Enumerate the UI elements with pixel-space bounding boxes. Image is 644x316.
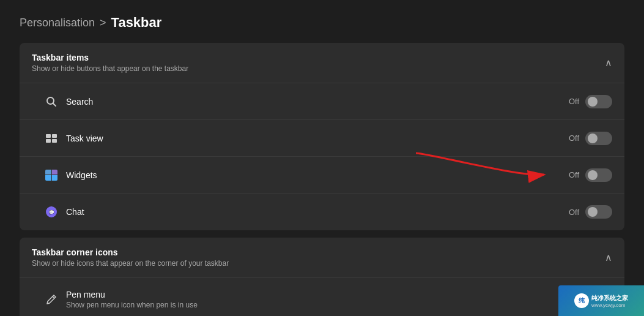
- taskbar-items-header-text: Taskbar items Show or hide buttons that …: [32, 53, 188, 73]
- task-view-toggle-group: Off: [569, 132, 612, 145]
- pen-menu-icon: [44, 292, 59, 307]
- watermark: 纯 纯净系统之家 www.ycwjy.com: [558, 285, 644, 316]
- pen-menu-label: Pen menu: [66, 290, 612, 299]
- breadcrumb-parent[interactable]: Personalisation: [20, 17, 95, 29]
- task-view-icon: [44, 131, 59, 146]
- widgets-label: Widgets: [66, 170, 569, 180]
- watermark-text1: 纯净系统之家: [591, 294, 628, 303]
- pen-menu-row: Pen menu Show pen menu icon when pen is …: [20, 278, 624, 316]
- chat-row: 💬 Chat Off: [20, 194, 624, 230]
- widgets-icon: [44, 168, 59, 182]
- task-view-status: Off: [569, 134, 579, 143]
- search-label: Search: [66, 97, 569, 107]
- chat-status: Off: [569, 208, 579, 217]
- taskbar-corner-title: Taskbar corner icons: [32, 247, 229, 257]
- chat-icon: 💬: [44, 205, 59, 219]
- pen-menu-sublabel: Show pen menu icon when pen is in use: [66, 301, 612, 309]
- widgets-status: Off: [569, 170, 579, 179]
- search-toggle[interactable]: [585, 95, 612, 108]
- widgets-toggle-group: Off: [569, 168, 612, 182]
- search-row: Search Off: [20, 83, 624, 120]
- search-status: Off: [569, 97, 579, 106]
- taskbar-corner-chevron[interactable]: ∧: [605, 252, 612, 263]
- taskbar-items-section: Taskbar items Show or hide buttons that …: [20, 43, 624, 230]
- widgets-row: Widgets Off: [20, 157, 624, 194]
- search-icon: [44, 94, 59, 109]
- svg-line-1: [53, 103, 56, 106]
- widgets-toggle[interactable]: [585, 168, 612, 182]
- taskbar-items-title: Taskbar items: [32, 53, 188, 62]
- pen-menu-text-group: Pen menu Show pen menu icon when pen is …: [66, 290, 612, 309]
- chat-toggle[interactable]: [585, 205, 612, 219]
- svg-text:💬: 💬: [49, 209, 54, 215]
- breadcrumb-current: Taskbar: [111, 15, 162, 31]
- taskbar-corner-header[interactable]: Taskbar corner icons Show or hide icons …: [20, 238, 624, 278]
- taskbar-items-header[interactable]: Taskbar items Show or hide buttons that …: [20, 43, 624, 83]
- taskbar-corner-subtitle: Show or hide icons that appear on the co…: [32, 259, 229, 268]
- task-view-row: Task view Off: [20, 120, 624, 157]
- chat-toggle-group: Off: [569, 205, 612, 219]
- breadcrumb: Personalisation > Taskbar: [20, 15, 624, 31]
- task-view-label: Task view: [66, 134, 569, 143]
- search-toggle-group: Off: [569, 95, 612, 108]
- taskbar-items-subtitle: Show or hide buttons that appear on the …: [32, 64, 188, 73]
- taskbar-corner-header-text: Taskbar corner icons Show or hide icons …: [32, 247, 229, 268]
- taskbar-corner-section: Taskbar corner icons Show or hide icons …: [20, 238, 624, 316]
- chat-label: Chat: [66, 207, 569, 217]
- watermark-text2: www.ycwjy.com: [591, 303, 628, 308]
- task-view-toggle[interactable]: [585, 132, 612, 145]
- taskbar-items-chevron[interactable]: ∧: [605, 57, 612, 69]
- breadcrumb-separator: >: [100, 17, 106, 29]
